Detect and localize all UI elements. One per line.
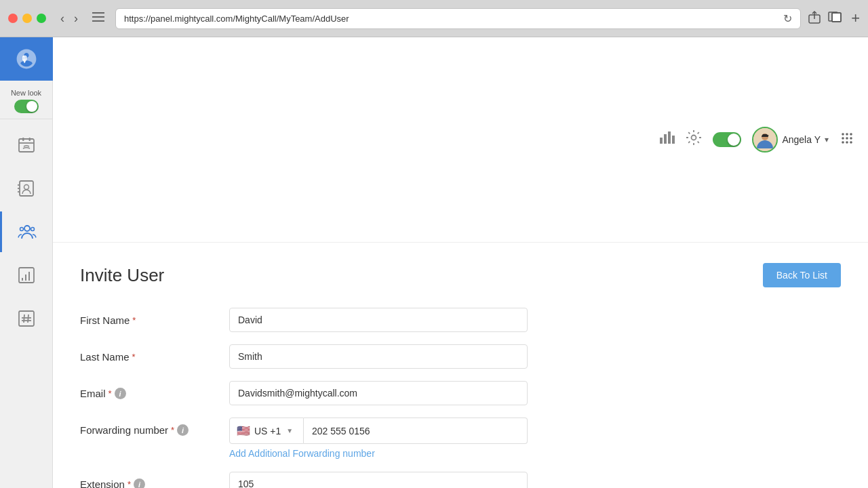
phone-number-input[interactable] [304,418,528,444]
email-control [229,381,528,405]
browser-actions [808,9,842,28]
add-forwarding-link[interactable]: Add Additional Forwarding number [229,448,375,459]
svg-point-44 [846,141,848,144]
minimize-button[interactable] [22,14,32,23]
first-name-input[interactable] [229,308,528,332]
back-nav-button[interactable]: ‹ [57,10,68,27]
extension-label: Extension * i [80,472,229,488]
new-tab-button[interactable]: + [851,9,860,27]
svg-point-14 [24,185,28,190]
svg-point-40 [842,137,844,140]
svg-point-38 [846,133,848,136]
extension-row: Extension * i [80,472,841,488]
email-row: Email * i [80,381,841,405]
email-info-icon[interactable]: i [115,388,126,399]
back-to-list-button[interactable]: Back To List [763,263,841,287]
last-name-input[interactable] [229,344,528,369]
analytics-button[interactable] [658,129,675,150]
svg-rect-1 [92,16,104,18]
user-info[interactable]: Angela Y ▾ [752,127,829,152]
svg-rect-33 [672,136,675,144]
svg-point-34 [692,136,696,140]
svg-point-20 [20,228,24,231]
email-label: Email * i [80,381,229,399]
svg-text:🎙: 🎙 [20,55,29,64]
sidebar-item-reports[interactable] [0,255,52,296]
user-menu-chevron: ▾ [825,135,829,144]
sidebar-item-contacts[interactable] [0,168,52,209]
svg-point-18 [24,226,30,231]
forwarding-row: Forwarding number * i 🇺🇸 US +1 ▼ [80,418,841,460]
sidebar-item-team[interactable] [0,211,52,252]
top-nav: Angela Y ▾ [53,37,868,243]
browser-chrome: ‹ › https://panel.mightycall.com/MightyC… [0,0,868,37]
forwarding-info-icon[interactable]: i [177,424,189,436]
flag-icon: 🇺🇸 [237,424,250,437]
invite-user-form: First Name * Last Name * [80,308,841,488]
required-star-3: * [108,388,112,399]
svg-point-39 [850,133,852,136]
user-avatar[interactable] [752,127,778,152]
forwarding-label: Forwarding number * i [80,418,229,436]
extension-control [229,472,528,488]
maximize-button[interactable] [37,14,46,23]
main-wrapper: Angela Y ▾ Invite User [53,37,868,488]
svg-point-43 [842,141,844,144]
sidebar-toggle-button[interactable] [88,11,108,26]
settings-button[interactable] [686,129,702,150]
user-name-label: Angela Y [782,134,821,145]
required-star-4: * [171,425,174,435]
new-window-button[interactable] [828,9,842,28]
svg-line-26 [24,314,24,323]
forward-nav-button[interactable]: › [71,10,81,27]
country-select[interactable]: 🇺🇸 US +1 ▼ [229,418,304,444]
share-button[interactable] [808,9,821,28]
reload-button[interactable]: ↻ [783,12,792,25]
svg-point-37 [842,133,844,136]
new-look-toggle[interactable] [14,100,39,113]
new-look-section: New look [0,81,52,119]
svg-rect-2 [92,20,104,22]
sidebar-logo: 🎙 [0,37,53,81]
email-input[interactable] [229,381,528,405]
forwarding-control: 🇺🇸 US +1 ▼ Add Additional Forwarding num… [229,418,528,460]
sidebar-item-channels[interactable] [0,298,52,339]
country-select-chevron: ▼ [286,427,293,434]
nav-buttons: ‹ › [57,10,81,27]
first-name-label: First Name * [80,308,229,326]
svg-point-42 [850,137,852,140]
required-star-5: * [127,479,131,488]
url-bar[interactable]: https://panel.mightycall.com/MightyCall/… [115,8,801,29]
close-button[interactable] [8,14,18,23]
first-name-row: First Name * [80,308,841,332]
dialpad-button[interactable] [840,131,854,149]
status-toggle[interactable] [713,132,741,147]
page-title: Invite User [80,265,164,286]
sidebar-item-calls[interactable] [0,125,52,165]
traffic-lights [8,14,46,23]
last-name-row: Last Name * [80,344,841,369]
sidebar-nav [0,119,52,339]
svg-rect-31 [664,134,667,144]
svg-rect-6 [832,13,841,22]
svg-point-19 [31,228,35,231]
main-content: Invite User Back To List First Name * [53,243,868,488]
phone-row: 🇺🇸 US +1 ▼ [229,418,528,444]
page-header: Invite User Back To List [80,263,841,287]
svg-point-41 [846,137,848,140]
extension-info-icon[interactable]: i [134,479,145,488]
svg-rect-13 [20,181,33,196]
extension-input[interactable] [229,472,528,488]
svg-point-45 [850,141,852,144]
svg-rect-12 [28,138,31,141]
required-star-2: * [132,352,136,362]
svg-line-27 [28,314,28,323]
country-code-label: US +1 [254,426,281,436]
app-layout: 🎙 New look [0,37,868,488]
new-look-label: New look [11,89,41,97]
svg-rect-25 [19,311,34,326]
sidebar: 🎙 New look [0,37,53,488]
svg-rect-0 [92,12,104,14]
last-name-control [229,344,528,369]
url-text: https://panel.mightycall.com/MightyCall/… [124,14,349,24]
